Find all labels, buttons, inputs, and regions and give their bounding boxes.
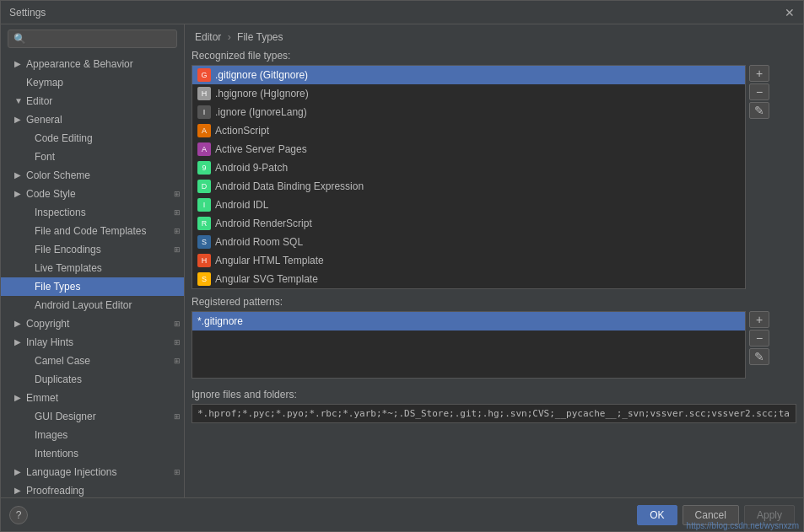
sidebar-label-emmet: Emmet xyxy=(26,390,58,406)
sidebar-item-file-types[interactable]: File Types xyxy=(1,277,184,296)
sidebar-item-emmet[interactable]: ▶Emmet xyxy=(1,389,184,407)
sidebar-label-language-injections: Language Injections xyxy=(26,465,116,480)
sidebar-item-appearance[interactable]: ▶Appearance & Behavior xyxy=(1,55,184,73)
sidebar-label-inspections: Inspections xyxy=(35,205,86,220)
sidebar-item-duplicates[interactable]: Duplicates xyxy=(1,370,184,389)
sidebar-item-intentions[interactable]: Intentions xyxy=(1,444,184,463)
recognized-item-ignore[interactable]: I.ignore (IgnoreLang) xyxy=(192,103,745,121)
sidebar-badge-camel-case: ⊞ xyxy=(174,353,181,368)
sidebar-label-gui-designer: GUI Designer xyxy=(35,409,96,424)
tree-arrow-emmet: ▶ xyxy=(14,390,24,406)
recognized-label-android-renderscript: Android RenderScript xyxy=(215,216,312,231)
recognized-item-actionscript[interactable]: AActionScript xyxy=(192,121,745,140)
sidebar-item-gui-designer[interactable]: GUI Designer⊞ xyxy=(1,407,184,426)
help-button[interactable]: ? xyxy=(9,506,28,524)
recognized-item-gitignore[interactable]: G.gitignore (GitIgnore) xyxy=(192,66,745,84)
sidebar-item-file-code-templates[interactable]: File and Code Templates⊞ xyxy=(1,222,184,240)
registered-item[interactable]: *.gitignore xyxy=(192,312,745,330)
recognized-remove-button[interactable]: − xyxy=(749,83,769,100)
ignore-section: Ignore files and folders: xyxy=(192,389,796,423)
sidebar-badge-code-style: ⊞ xyxy=(174,186,181,202)
breadcrumb-part-0: Editor xyxy=(195,31,221,43)
sidebar-item-inlay-hints[interactable]: ▶Inlay Hints⊞ xyxy=(1,333,184,352)
title-bar: Settings ✕ xyxy=(1,1,803,24)
watermark: https://blog.csdn.net/wysnxzm xyxy=(682,519,804,532)
recognized-label-android-room-sql: Android Room SQL xyxy=(215,234,303,250)
recognized-item-android-renderscript[interactable]: RAndroid RenderScript xyxy=(192,214,745,233)
recognized-item-hgignore[interactable]: H.hgignore (HgIgnore) xyxy=(192,84,745,103)
content-area: Recognized file types: G.gitignore (GitI… xyxy=(185,46,803,497)
tree-arrow-color-scheme: ▶ xyxy=(14,168,24,183)
file-icon-android-databinding: D xyxy=(197,180,211,193)
recognized-item-android-databinding[interactable]: DAndroid Data Binding Expression xyxy=(192,177,745,196)
left-panel: ▶Appearance & BehaviorKeymap▼Editor▶Gene… xyxy=(1,24,185,497)
sidebar-item-live-templates[interactable]: Live Templates xyxy=(1,259,184,277)
registered-label: Registered patterns: xyxy=(192,296,796,308)
recognized-item-android-room-sql[interactable]: SAndroid Room SQL xyxy=(192,233,745,251)
sidebar-badge-copyright: ⊞ xyxy=(174,316,181,331)
tree-arrow-appearance: ▶ xyxy=(14,56,24,72)
ignore-label: Ignore files and folders: xyxy=(192,389,796,400)
recognized-item-android-9patch[interactable]: 9Android 9-Patch xyxy=(192,159,745,177)
recognized-label-android-9patch: Android 9-Patch xyxy=(215,160,288,175)
sidebar-item-keymap[interactable]: Keymap xyxy=(1,73,184,92)
sidebar-item-general[interactable]: ▶General xyxy=(1,110,184,129)
sidebar-badge-inlay-hints: ⊞ xyxy=(174,335,181,350)
sidebar-item-editor[interactable]: ▼Editor xyxy=(1,92,184,110)
sidebar-item-android-layout-editor[interactable]: Android Layout Editor xyxy=(1,296,184,314)
file-icon-angular-html: H xyxy=(197,254,211,267)
recognized-label-angular-svg: Angular SVG Template xyxy=(215,271,318,287)
sidebar-badge-inspections: ⊞ xyxy=(174,205,181,220)
recognized-add-button[interactable]: + xyxy=(749,65,769,82)
sidebar-label-android-layout-editor: Android Layout Editor xyxy=(35,298,132,313)
ignore-input[interactable] xyxy=(192,404,796,423)
registered-remove-button[interactable]: − xyxy=(749,330,769,347)
search-input[interactable] xyxy=(8,30,177,48)
registered-edit-button[interactable]: ✎ xyxy=(749,348,769,365)
sidebar-badge-gui-designer: ⊞ xyxy=(174,409,181,424)
sidebar-label-copyright: Copyright xyxy=(26,316,69,331)
sidebar-badge-file-code-templates: ⊞ xyxy=(174,223,181,239)
sidebar-item-copyright[interactable]: ▶Copyright⊞ xyxy=(1,314,184,333)
recognized-label-android-databinding: Android Data Binding Expression xyxy=(215,179,364,194)
recognized-item-angular-svg[interactable]: SAngular SVG Template xyxy=(192,270,745,288)
ok-button[interactable]: OK xyxy=(637,505,677,525)
recognized-item-android-idl[interactable]: IAndroid IDL xyxy=(192,196,745,214)
file-icon-android-idl: I xyxy=(197,198,211,212)
recognized-label-asp: Active Server Pages xyxy=(215,142,307,157)
sidebar-item-font[interactable]: Font xyxy=(1,148,184,166)
sidebar-item-proofreading[interactable]: ▶Proofreading xyxy=(1,481,184,497)
breadcrumb: Editor › File Types xyxy=(185,24,803,46)
sidebar-item-inspections[interactable]: Inspections⊞ xyxy=(1,203,184,222)
close-button[interactable]: ✕ xyxy=(785,6,795,19)
recognized-edit-button[interactable]: ✎ xyxy=(749,102,769,119)
sidebar-badge-language-injections: ⊞ xyxy=(174,465,181,480)
sidebar-item-code-editing[interactable]: Code Editing xyxy=(1,129,184,148)
sidebar-label-intentions: Intentions xyxy=(35,446,78,461)
file-icon-gitignore: G xyxy=(197,68,211,82)
sidebar-item-language-injections[interactable]: ▶Language Injections⊞ xyxy=(1,463,184,481)
file-icon-android-room-sql: S xyxy=(197,235,211,249)
right-panel: Editor › File Types Recognized file type… xyxy=(185,24,803,497)
sidebar-label-live-templates: Live Templates xyxy=(35,261,102,276)
sidebar-label-general: General xyxy=(26,112,62,127)
recognized-label: Recognized file types: xyxy=(192,50,796,62)
registered-pattern-label: *.gitignore xyxy=(197,314,243,329)
registered-add-button[interactable]: + xyxy=(749,311,769,328)
sidebar-label-code-style: Code Style xyxy=(26,186,76,202)
sidebar-item-file-encodings[interactable]: File Encodings⊞ xyxy=(1,240,184,259)
sidebar-item-camel-case[interactable]: Camel Case⊞ xyxy=(1,352,184,370)
sidebar-item-color-scheme[interactable]: ▶Color Scheme xyxy=(1,166,184,185)
recognized-label-gitignore: .gitignore (GitIgnore) xyxy=(215,67,308,83)
recognized-item-asp[interactable]: AActive Server Pages xyxy=(192,140,745,159)
sidebar-item-code-style[interactable]: ▶Code Style⊞ xyxy=(1,185,184,203)
dialog-body: ▶Appearance & BehaviorKeymap▼Editor▶Gene… xyxy=(1,24,803,497)
sidebar-label-inlay-hints: Inlay Hints xyxy=(26,335,73,350)
recognized-item-angular-html[interactable]: HAngular HTML Template xyxy=(192,251,745,270)
recognized-label-actionscript: ActionScript xyxy=(215,123,269,138)
sidebar-badge-file-encodings: ⊞ xyxy=(174,242,181,257)
sidebar-label-file-types: File Types xyxy=(35,279,80,294)
breadcrumb-sep: › xyxy=(228,31,231,43)
sidebar-item-images[interactable]: Images xyxy=(1,426,184,444)
tree-arrow-copyright: ▶ xyxy=(14,316,24,331)
